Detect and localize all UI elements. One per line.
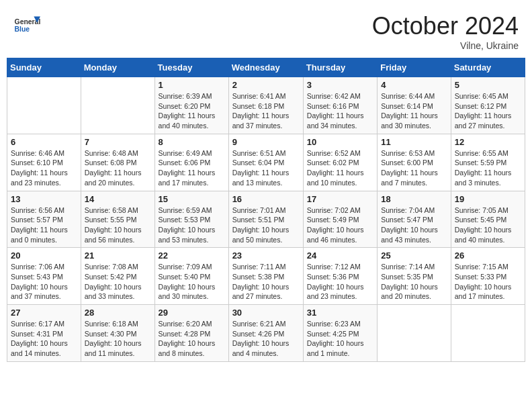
calendar-day-cell: 28Sunrise: 6:18 AMSunset: 4:30 PMDayligh… <box>81 305 154 362</box>
calendar-day-cell: 25Sunrise: 7:14 AMSunset: 5:35 PMDayligh… <box>378 248 451 305</box>
calendar-header-row: SundayMondayTuesdayWednesdayThursdayFrid… <box>7 58 525 77</box>
calendar-day-cell: 30Sunrise: 6:21 AMSunset: 4:26 PMDayligh… <box>228 305 303 362</box>
day-number: 5 <box>455 80 521 90</box>
day-detail: Sunrise: 7:14 AMSunset: 5:35 PMDaylight:… <box>381 262 447 302</box>
calendar-day-cell: 16Sunrise: 7:01 AMSunset: 5:51 PMDayligh… <box>228 191 303 248</box>
calendar-day-cell: 10Sunrise: 6:52 AMSunset: 6:02 PMDayligh… <box>303 134 377 191</box>
day-number: 1 <box>159 80 225 90</box>
day-number: 15 <box>159 194 225 204</box>
day-detail: Sunrise: 7:04 AMSunset: 5:47 PMDaylight:… <box>381 205 447 245</box>
calendar-day-cell: 1Sunrise: 6:39 AMSunset: 6:20 PMDaylight… <box>154 77 228 134</box>
calendar-table: SundayMondayTuesdayWednesdayThursdayFrid… <box>7 58 525 362</box>
calendar-day-cell <box>451 305 525 362</box>
day-number: 26 <box>455 250 521 261</box>
calendar-week-row: 27Sunrise: 6:17 AMSunset: 4:31 PMDayligh… <box>7 305 525 362</box>
day-detail: Sunrise: 6:58 AMSunset: 5:55 PMDaylight:… <box>85 205 151 245</box>
calendar-day-cell: 24Sunrise: 7:12 AMSunset: 5:36 PMDayligh… <box>303 248 377 305</box>
day-number: 3 <box>307 80 373 90</box>
title-block: October 2024 Vilne, Ukraine <box>372 12 519 51</box>
day-detail: Sunrise: 6:53 AMSunset: 6:00 PMDaylight:… <box>381 148 447 188</box>
calendar-day-cell: 14Sunrise: 6:58 AMSunset: 5:55 PMDayligh… <box>81 191 154 248</box>
day-number: 20 <box>11 250 77 261</box>
day-of-week-header: Saturday <box>451 58 525 77</box>
calendar-day-cell: 29Sunrise: 6:20 AMSunset: 4:28 PMDayligh… <box>154 305 228 362</box>
calendar-day-cell <box>378 305 451 362</box>
day-detail: Sunrise: 7:02 AMSunset: 5:49 PMDaylight:… <box>307 205 373 245</box>
day-number: 2 <box>232 80 300 90</box>
day-number: 14 <box>85 194 151 204</box>
calendar-day-cell: 7Sunrise: 6:48 AMSunset: 6:08 PMDaylight… <box>81 134 154 191</box>
calendar-day-cell: 22Sunrise: 7:09 AMSunset: 5:40 PMDayligh… <box>154 248 228 305</box>
calendar-day-cell: 6Sunrise: 6:46 AMSunset: 6:10 PMDaylight… <box>7 134 81 191</box>
logo: General Blue <box>13 12 43 39</box>
location: Vilne, Ukraine <box>372 40 519 51</box>
day-number: 9 <box>232 137 300 147</box>
day-of-week-header: Tuesday <box>154 58 228 77</box>
day-detail: Sunrise: 7:01 AMSunset: 5:51 PMDaylight:… <box>232 205 300 245</box>
day-detail: Sunrise: 6:23 AMSunset: 4:25 PMDaylight:… <box>307 319 373 359</box>
day-number: 27 <box>11 308 77 318</box>
svg-text:Blue: Blue <box>15 26 30 33</box>
calendar-day-cell: 18Sunrise: 7:04 AMSunset: 5:47 PMDayligh… <box>378 191 451 248</box>
day-of-week-header: Friday <box>378 58 451 77</box>
calendar-day-cell: 11Sunrise: 6:53 AMSunset: 6:00 PMDayligh… <box>378 134 451 191</box>
calendar-day-cell: 13Sunrise: 6:56 AMSunset: 5:57 PMDayligh… <box>7 191 81 248</box>
calendar-week-row: 6Sunrise: 6:46 AMSunset: 6:10 PMDaylight… <box>7 134 525 191</box>
calendar-week-row: 20Sunrise: 7:06 AMSunset: 5:43 PMDayligh… <box>7 248 525 305</box>
day-detail: Sunrise: 6:51 AMSunset: 6:04 PMDaylight:… <box>232 148 300 188</box>
logo-icon: General Blue <box>13 12 40 39</box>
calendar-body: 1Sunrise: 6:39 AMSunset: 6:20 PMDaylight… <box>7 77 525 362</box>
day-number: 16 <box>232 194 300 204</box>
day-number: 4 <box>381 80 447 90</box>
day-detail: Sunrise: 6:46 AMSunset: 6:10 PMDaylight:… <box>11 148 77 188</box>
day-detail: Sunrise: 6:49 AMSunset: 6:06 PMDaylight:… <box>159 148 225 188</box>
day-detail: Sunrise: 6:45 AMSunset: 6:12 PMDaylight:… <box>455 91 521 131</box>
calendar-day-cell: 15Sunrise: 6:59 AMSunset: 5:53 PMDayligh… <box>154 191 228 248</box>
day-detail: Sunrise: 6:21 AMSunset: 4:26 PMDaylight:… <box>232 319 300 359</box>
calendar-day-cell: 21Sunrise: 7:08 AMSunset: 5:42 PMDayligh… <box>81 248 154 305</box>
day-detail: Sunrise: 6:59 AMSunset: 5:53 PMDaylight:… <box>159 205 225 245</box>
day-number: 31 <box>307 308 373 318</box>
day-number: 28 <box>85 308 151 318</box>
day-number: 12 <box>455 137 521 147</box>
day-number: 13 <box>11 194 77 204</box>
day-of-week-header: Monday <box>81 58 154 77</box>
calendar-day-cell: 19Sunrise: 7:05 AMSunset: 5:45 PMDayligh… <box>451 191 525 248</box>
day-number: 29 <box>159 308 225 318</box>
day-detail: Sunrise: 7:12 AMSunset: 5:36 PMDaylight:… <box>307 262 373 302</box>
day-detail: Sunrise: 7:09 AMSunset: 5:40 PMDaylight:… <box>159 262 225 302</box>
day-number: 8 <box>159 137 225 147</box>
calendar-week-row: 13Sunrise: 6:56 AMSunset: 5:57 PMDayligh… <box>7 191 525 248</box>
day-detail: Sunrise: 6:41 AMSunset: 6:18 PMDaylight:… <box>232 91 300 131</box>
calendar-day-cell: 26Sunrise: 7:15 AMSunset: 5:33 PMDayligh… <box>451 248 525 305</box>
day-number: 18 <box>381 194 447 204</box>
month-title: October 2024 <box>372 12 519 40</box>
day-detail: Sunrise: 6:20 AMSunset: 4:28 PMDaylight:… <box>159 319 225 359</box>
day-detail: Sunrise: 6:39 AMSunset: 6:20 PMDaylight:… <box>159 91 225 131</box>
day-number: 24 <box>307 250 373 261</box>
day-number: 11 <box>381 137 447 147</box>
day-detail: Sunrise: 6:48 AMSunset: 6:08 PMDaylight:… <box>85 148 151 188</box>
day-number: 21 <box>85 250 151 261</box>
day-number: 6 <box>11 137 77 147</box>
calendar-week-row: 1Sunrise: 6:39 AMSunset: 6:20 PMDaylight… <box>7 77 525 134</box>
day-number: 7 <box>85 137 151 147</box>
day-detail: Sunrise: 6:56 AMSunset: 5:57 PMDaylight:… <box>11 205 77 245</box>
day-number: 19 <box>455 194 521 204</box>
calendar-day-cell <box>81 77 154 134</box>
day-detail: Sunrise: 6:44 AMSunset: 6:14 PMDaylight:… <box>381 91 447 131</box>
calendar-day-cell: 27Sunrise: 6:17 AMSunset: 4:31 PMDayligh… <box>7 305 81 362</box>
calendar-day-cell: 9Sunrise: 6:51 AMSunset: 6:04 PMDaylight… <box>228 134 303 191</box>
calendar-day-cell: 12Sunrise: 6:55 AMSunset: 5:59 PMDayligh… <box>451 134 525 191</box>
day-number: 17 <box>307 194 373 204</box>
day-of-week-header: Thursday <box>303 58 377 77</box>
day-of-week-header: Sunday <box>7 58 81 77</box>
page-header: General Blue October 2024 Vilne, Ukraine <box>7 7 525 54</box>
calendar-day-cell: 20Sunrise: 7:06 AMSunset: 5:43 PMDayligh… <box>7 248 81 305</box>
day-detail: Sunrise: 6:55 AMSunset: 5:59 PMDaylight:… <box>455 148 521 188</box>
calendar-day-cell: 3Sunrise: 6:42 AMSunset: 6:16 PMDaylight… <box>303 77 377 134</box>
calendar-day-cell: 4Sunrise: 6:44 AMSunset: 6:14 PMDaylight… <box>378 77 451 134</box>
day-detail: Sunrise: 6:52 AMSunset: 6:02 PMDaylight:… <box>307 148 373 188</box>
calendar-day-cell: 8Sunrise: 6:49 AMSunset: 6:06 PMDaylight… <box>154 134 228 191</box>
day-number: 23 <box>232 250 300 261</box>
